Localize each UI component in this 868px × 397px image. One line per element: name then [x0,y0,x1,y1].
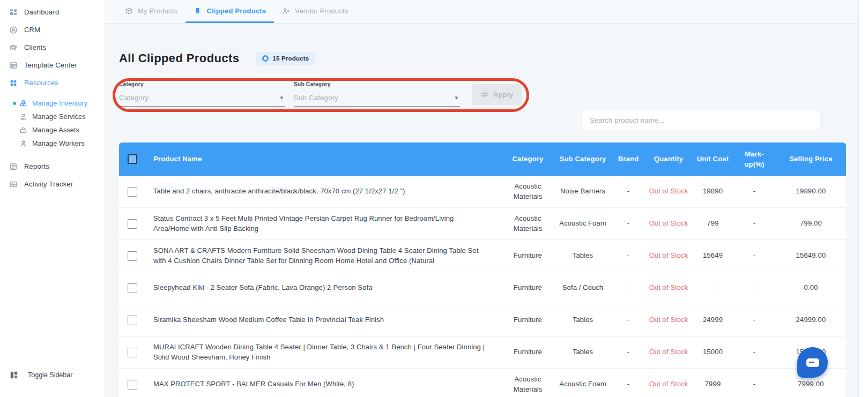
inventory-icon [19,99,27,107]
row-checkbox-cell [119,216,151,232]
sidebar-item-manage-assets[interactable]: Manage Assets [0,123,105,137]
table-row: Siramika Sheesham Wood Medium Coffee Tab… [119,304,846,336]
markup-cell: - [733,344,776,361]
search-input[interactable] [582,110,820,130]
sidebar-item-label: Activity Tracker [24,180,73,188]
selling-price-cell: 799.00 [776,215,846,232]
markup-cell: - [733,183,776,200]
product-count-label: 15 Products [272,55,309,62]
sidebar-item-activity-tracker[interactable]: Activity Tracker [0,175,105,193]
name-cell: MAX PROTECT SPORT - BALMER Casuals For M… [151,376,502,393]
sidebar-item-manage-inventory[interactable]: Manage Inventory [0,96,105,110]
sidebar-item-label: Clients [24,43,46,51]
vendor-icon [282,7,290,15]
category-filter-label: Category [119,81,285,87]
apply-button[interactable]: Apply [472,84,522,105]
subcategory-select-value: Sub Category [294,94,338,102]
category-cell: Acoustic Materials [502,211,553,237]
category-select-value: Category [119,94,149,102]
main-content: My ProductsClipped ProductsVendor Produc… [105,0,863,397]
quantity-cell: Out of Stock [644,215,693,232]
table-row: MURALICRAFT Wooden Dining Table 4 Seater… [119,336,846,369]
column-header-product-name: Product Name [151,151,502,168]
subcategory-cell: Noise Barriers [553,183,612,200]
column-header-sub-category: Sub Category [553,151,612,168]
tab-clipped-products[interactable]: Clipped Products [186,0,274,23]
markup-cell: - [733,376,776,393]
quantity-cell: Out of Stock [644,248,693,264]
row-checkbox[interactable] [128,283,137,293]
box-icon [125,7,133,15]
table-body: Table and 2 chairs, anthracite anthracit… [119,176,846,397]
subcategory-filter-label: Sub Category [294,81,460,87]
row-checkbox-cell [119,248,151,264]
tab-bar: My ProductsClipped ProductsVendor Produc… [105,0,863,24]
name-cell: MURALICRAFT Wooden Dining Table 4 Seater… [151,339,502,366]
row-checkbox[interactable] [128,251,137,261]
sidebar-item-reports[interactable]: Reports [0,158,105,175]
selling-price-cell: 0.00 [776,280,846,296]
row-checkbox[interactable] [128,219,137,229]
selling-price-cell: 24999.00 [776,312,846,328]
brand-cell: - [612,344,644,361]
category-cell: Furniture [502,280,553,296]
row-checkbox[interactable] [128,187,137,197]
page-title: All Clipped Products [119,51,239,65]
sliders-icon [480,91,488,99]
chat-widget-button[interactable] [797,347,828,378]
sidebar-item-manage-workers[interactable]: Manage Workers [0,137,105,150]
scrollbar[interactable] [858,0,863,397]
row-checkbox[interactable] [128,380,137,389]
crm-icon [9,26,18,34]
sidebar-item-dashboard[interactable]: Dashboard [0,3,105,21]
tab-label: Clipped Products [206,7,266,15]
sidebar-item-resources[interactable]: Resources [0,74,105,92]
sidebar-item-label: Resources [24,79,58,87]
apply-button-label: Apply [493,91,514,99]
chevron-down-icon: ▾ [455,94,460,101]
category-cell: Furniture [502,344,553,361]
sidebar-item-template-center[interactable]: Template Center [0,56,105,74]
tab-vendor-products[interactable]: Vendor Products [274,0,356,23]
quantity-cell: Out of Stock [644,183,693,200]
category-filter-group: Category Category ▾ [119,81,285,107]
brand-cell: - [612,312,644,328]
services-icon [19,113,27,121]
sidebar-item-manage-services[interactable]: Manage Services [0,110,105,123]
toggle-sidebar-button[interactable]: Toggle Sidebar [0,370,105,380]
column-header-quantity: Quantity [644,151,693,168]
table-row: Status Contract 3 x 5 Feet Multi Printed… [119,208,846,240]
category-cell: Acoustic Materials [502,371,553,397]
subcategory-cell: Acoustic Foam [553,215,612,232]
markup-cell: - [733,215,776,232]
subcategory-cell: Sofa / Couch [553,280,612,296]
sidebar-item-crm[interactable]: CRM [0,21,105,39]
select-all-checkbox[interactable] [128,154,137,164]
sidebar-item-label: Manage Workers [32,140,85,147]
selling-price-cell: 19890.00 [776,183,846,200]
row-checkbox[interactable] [128,316,137,325]
subcategory-select[interactable]: Sub Category ▾ [294,89,460,107]
workers-icon [19,139,27,147]
page-title-row: All Clipped Products 15 Products [119,51,315,65]
header-checkbox-cell [119,151,151,167]
table-row: Sleepyhead Kiki - 2 Seater Sofa (Fabric,… [119,272,846,304]
column-header-mark-up: Mark-up(%) [733,146,776,173]
table-header: Product NameCategorySub CategoryBrandQua… [119,143,846,176]
unit-cost-cell: 24999 [693,312,733,328]
table-row: Table and 2 chairs, anthracite anthracit… [119,176,846,208]
unit-cost-cell: 15649 [693,248,733,264]
sidebar-item-clients[interactable]: Clients [0,39,105,56]
tab-my-products[interactable]: My Products [117,0,186,23]
column-header-brand: Brand [612,151,644,168]
subcategory-cell: Acoustic Foam [553,376,612,393]
unit-cost-cell: 15000 [693,344,733,361]
sidebar-item-label: Dashboard [24,8,59,16]
row-checkbox[interactable] [128,348,137,357]
sidebar-item-label: CRM [24,26,40,34]
category-select[interactable]: Category ▾ [119,89,285,107]
markup-cell: - [733,312,776,328]
template-icon [9,61,18,70]
tab-label: Vendor Products [295,7,348,15]
chat-icon [806,358,819,367]
